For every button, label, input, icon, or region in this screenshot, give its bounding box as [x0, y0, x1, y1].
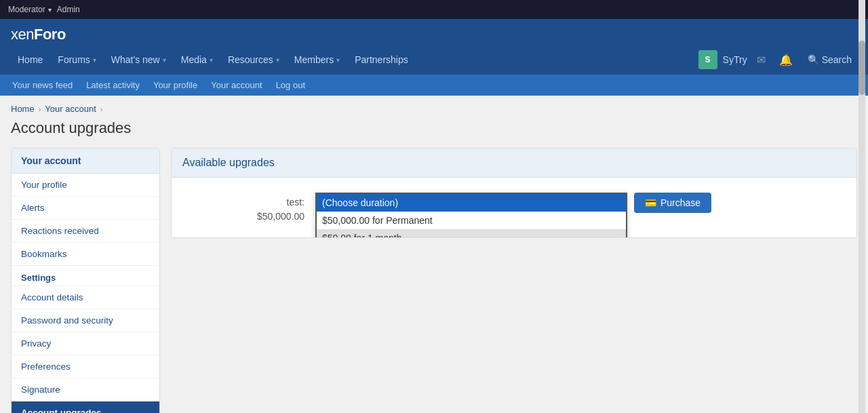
nav-item-media[interactable]: Media ▾ [174, 50, 220, 69]
logo-foro: Foro [34, 26, 66, 43]
nav-item-resources[interactable]: Resources ▾ [221, 50, 286, 69]
upgrade-label: test: $50,000.00 [182, 191, 304, 224]
sidebar-item-bookmarks[interactable]: Bookmarks [12, 243, 159, 266]
purchase-label: Purchase [660, 197, 701, 208]
site-header: xenForo [0, 19, 868, 50]
secondary-nav-log-out[interactable]: Log out [275, 77, 307, 93]
sidebar-item-account-upgrades[interactable]: Account upgrades [12, 401, 159, 413]
secondary-nav: Your news feed Latest activity Your prof… [0, 75, 868, 96]
secondary-nav-news-feed[interactable]: Your news feed [11, 77, 74, 93]
sidebar-item-alerts[interactable]: Alerts [12, 197, 159, 220]
members-arrow: ▾ [336, 56, 340, 64]
duration-dropdown: (Choose duration) $50,000.00 for Permane… [315, 193, 627, 238]
sidebar-item-signature[interactable]: Signature [12, 378, 159, 401]
breadcrumb: Home › Your account › [0, 96, 868, 117]
admin-bar: Moderator ▾ Admin [0, 0, 868, 19]
sidebar-item-your-profile[interactable]: Your profile [12, 174, 159, 197]
breadcrumb-home[interactable]: Home [11, 104, 35, 114]
site-logo[interactable]: xenForo [11, 26, 66, 43]
content-body: test: $50,000.00 1 (Choose duration) $50… [172, 178, 856, 237]
purchase-button[interactable]: 💳 Purchase [634, 193, 711, 213]
messages-icon[interactable]: ✉ [753, 51, 770, 69]
moderator-menu[interactable]: Moderator ▾ [8, 5, 52, 14]
dropdown-option-permanent[interactable]: $50,000.00 for Permanent [317, 212, 626, 229]
secondary-nav-your-account[interactable]: Your account [210, 77, 263, 93]
breadcrumb-sep1: › [39, 105, 41, 113]
nav-item-home[interactable]: Home [11, 50, 50, 69]
admin-link[interactable]: Admin [57, 5, 80, 14]
nav-item-partnerships[interactable]: Partnerships [348, 50, 415, 69]
alerts-icon[interactable]: 🔔 [775, 51, 797, 69]
moderator-dropdown-arrow: ▾ [48, 6, 52, 14]
scroll-thumb[interactable] [859, 41, 865, 95]
forums-arrow: ▾ [93, 56, 96, 64]
secondary-nav-your-profile[interactable]: Your profile [152, 77, 199, 93]
upgrade-controls: 1 (Choose duration) $50,000.00 for Perma… [315, 191, 711, 213]
content-area: Available upgrades test: $50,000.00 1 (C… [171, 148, 857, 238]
primary-nav: Home Forums ▾ What's new ▾ Media ▾ Resou… [0, 50, 868, 75]
sidebar-item-reactions[interactable]: Reactions received [12, 220, 159, 243]
upgrade-price: $50,000.00 [182, 210, 304, 224]
search-icon: 🔍 [808, 54, 819, 65]
sidebar-item-account-details[interactable]: Account details [12, 286, 159, 309]
sidebar-item-privacy[interactable]: Privacy [12, 332, 159, 355]
purchase-icon: 💳 [645, 197, 656, 208]
nav-right: S SyTry ✉ 🔔 🔍 Search [698, 50, 857, 69]
admin-label: Admin [57, 5, 80, 14]
content-header: Available upgrades [172, 149, 856, 178]
avatar[interactable]: S [698, 50, 717, 69]
search-button[interactable]: 🔍 Search [802, 52, 857, 68]
username[interactable]: SyTry [723, 54, 747, 65]
upgrade-name: test: [287, 197, 304, 208]
breadcrumb-sep2: › [100, 105, 103, 113]
nav-links: Home Forums ▾ What's new ▾ Media ▾ Resou… [11, 50, 415, 69]
upgrade-row: test: $50,000.00 1 (Choose duration) $50… [182, 191, 846, 224]
resources-arrow: ▾ [276, 56, 279, 64]
duration-select-wrapper: 1 (Choose duration) $50,000.00 for Perma… [315, 193, 627, 212]
breadcrumb-parent[interactable]: Your account [45, 104, 96, 114]
sidebar-item-password-security[interactable]: Password and security [12, 309, 159, 332]
sidebar: Your account Your profile Alerts Reactio… [11, 148, 160, 413]
main-layout: Your account Your profile Alerts Reactio… [0, 148, 868, 413]
logo-xen: xen [11, 26, 34, 43]
media-arrow: ▾ [210, 56, 213, 64]
sidebar-settings-header: Settings [12, 266, 159, 286]
secondary-nav-latest-activity[interactable]: Latest activity [85, 77, 141, 93]
page-title: Account upgrades [0, 117, 868, 148]
scrollbar[interactable] [859, 0, 865, 413]
whats-new-arrow: ▾ [163, 56, 166, 64]
nav-item-whats-new[interactable]: What's new ▾ [104, 50, 173, 69]
dropdown-option-choose[interactable]: (Choose duration) [317, 194, 626, 212]
sidebar-section-your-account: Your account [12, 149, 159, 174]
sidebar-item-preferences[interactable]: Preferences [12, 355, 159, 378]
moderator-label: Moderator [8, 5, 45, 14]
dropdown-option-1month[interactable]: $50.00 for 1 month [317, 229, 626, 238]
nav-item-members[interactable]: Members ▾ [288, 50, 347, 69]
nav-item-forums[interactable]: Forums ▾ [51, 50, 102, 69]
